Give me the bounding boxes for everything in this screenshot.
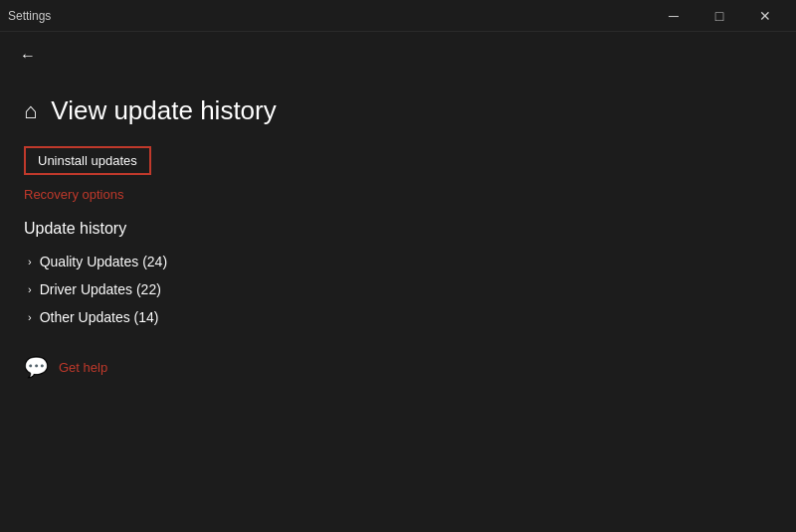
close-button[interactable]: ✕ (742, 0, 788, 32)
driver-updates-chevron: › (28, 283, 32, 295)
driver-updates-item[interactable]: › Driver Updates (22) (24, 275, 772, 303)
page-content: ⌂ View update history Uninstall updates … (0, 80, 796, 395)
title-bar-left: Settings (8, 9, 51, 23)
quality-updates-label: Quality Updates (24) (40, 254, 167, 269)
other-updates-chevron: › (28, 311, 32, 323)
quality-updates-chevron: › (28, 256, 32, 267)
recovery-options-link[interactable]: Recovery options (24, 187, 772, 202)
update-history-section-title: Update history (24, 220, 772, 238)
page-header: ⌂ View update history (24, 95, 772, 126)
title-bar: Settings ─ □ ✕ (0, 0, 796, 32)
minimize-button[interactable]: ─ (651, 0, 696, 32)
other-updates-label: Other Updates (14) (40, 309, 159, 325)
uninstall-updates-button[interactable]: Uninstall updates (24, 146, 151, 175)
get-help-icon: 💬 (24, 355, 49, 379)
driver-updates-label: Driver Updates (22) (40, 281, 161, 297)
title-bar-title: Settings (8, 9, 51, 23)
get-help-row[interactable]: 💬 Get help (24, 355, 772, 379)
quality-updates-item[interactable]: › Quality Updates (24) (24, 248, 772, 275)
other-updates-item[interactable]: › Other Updates (14) (24, 303, 772, 331)
back-button[interactable]: ← (12, 40, 44, 72)
nav-bar: ← (0, 32, 796, 80)
get-help-link[interactable]: Get help (59, 360, 107, 375)
title-bar-controls: ─ □ ✕ (651, 0, 788, 32)
page-title: View update history (51, 95, 276, 126)
home-icon: ⌂ (24, 98, 37, 124)
maximize-button[interactable]: □ (696, 0, 742, 32)
